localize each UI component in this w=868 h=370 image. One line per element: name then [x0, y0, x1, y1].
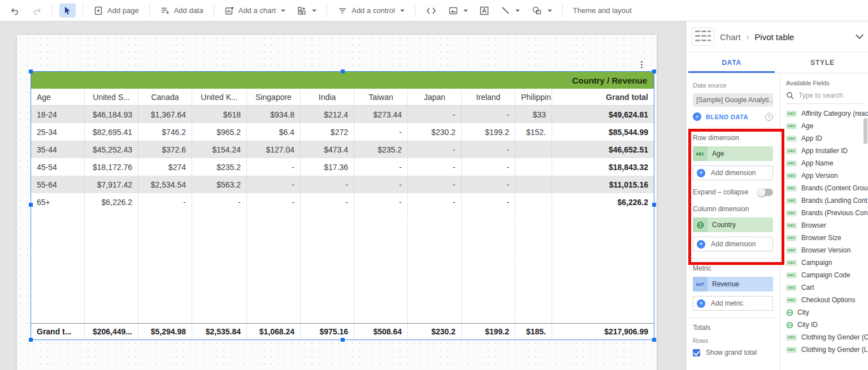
selection-handle-top-middle[interactable] — [341, 69, 345, 73]
field-item[interactable]: ABCCampaign Code — [786, 269, 868, 281]
insert-image-button[interactable] — [445, 3, 471, 18]
add-chart-button[interactable]: Add a chart — [221, 3, 289, 18]
pivot-col-header: Japan — [408, 89, 462, 105]
field-item[interactable]: City ID — [786, 319, 868, 331]
pivot-cell: 35-44 — [31, 141, 85, 158]
blend-data-row: + BLEND DATA ? — [693, 112, 773, 121]
report-canvas[interactable]: Country / Revenue AgeUnited S...CanadaUn… — [0, 21, 685, 370]
section-divider — [686, 128, 780, 128]
row-dimension-chip-age[interactable]: ABC Age — [693, 146, 773, 161]
pivot-cell: - — [354, 176, 408, 193]
blend-data-button[interactable]: BLEND DATA — [706, 114, 748, 120]
chevron-down-icon[interactable] — [856, 31, 863, 39]
selection-handle-middle-left[interactable] — [29, 203, 33, 207]
insert-text-button[interactable] — [476, 3, 493, 18]
text-field-type-icon: ABC — [786, 260, 797, 266]
breadcrumb-chart[interactable]: Chart — [720, 32, 741, 42]
geo-field-type-icon — [693, 217, 708, 232]
field-item[interactable]: ABCBrowser Size — [786, 232, 868, 244]
chevron-down-icon — [548, 10, 552, 12]
pivot-col-header-row: AgeUnited S...CanadaUnited K...Singapore… — [31, 89, 654, 106]
text-field-type-icon: ABC — [786, 148, 797, 154]
add-control-button[interactable]: Add a control — [334, 3, 408, 18]
field-search[interactable]: Type to search — [786, 92, 863, 104]
pivot-table-icon — [692, 28, 714, 46]
field-item[interactable]: ABCBrands (Previous Con... — [786, 207, 868, 219]
selection-handle-bottom-left[interactable] — [29, 338, 33, 342]
pivot-cell — [515, 193, 552, 211]
pivot-cell: - — [462, 158, 515, 176]
field-list: ABCAffinity Category (reac...ABCAgeABCAp… — [786, 107, 868, 356]
pivot-table-chart[interactable]: Country / Revenue AgeUnited S...CanadaUn… — [31, 72, 654, 339]
field-name: App Version — [801, 172, 838, 180]
select-tool-button[interactable] — [59, 3, 76, 18]
selection-handle-bottom-right[interactable] — [652, 338, 656, 342]
totals-label: Totals — [693, 324, 773, 332]
field-item[interactable]: ABCCampaign — [786, 256, 868, 269]
selection-handle-bottom-middle[interactable] — [341, 338, 345, 342]
selection-handle-top-left[interactable] — [29, 69, 33, 73]
tab-data[interactable]: DATA — [686, 53, 777, 73]
insert-shape-button[interactable] — [528, 3, 555, 18]
pivot-cell: - — [192, 193, 247, 211]
data-source-chip[interactable]: [Sample] Google Analyti... — [693, 93, 773, 107]
add-widget-icon — [297, 6, 307, 16]
column-dimension-chip-country[interactable]: Country — [693, 217, 773, 232]
insert-community-widget-button[interactable] — [293, 3, 320, 18]
fields-scrollbar[interactable] — [863, 118, 867, 144]
pivot-cell: $152. — [515, 123, 552, 141]
add-row-dimension-button[interactable]: + Add dimension — [693, 166, 773, 180]
pivot-cell: $6,226.2 — [85, 193, 138, 211]
field-item[interactable]: ABCCart — [786, 281, 868, 294]
add-metric-button[interactable]: + Add metric — [693, 296, 773, 311]
undo-button[interactable] — [7, 3, 24, 18]
breadcrumb-pivot-table[interactable]: Pivot table — [754, 32, 794, 42]
expand-collapse-toggle[interactable] — [758, 189, 773, 196]
field-item[interactable]: ABCAge — [786, 120, 868, 132]
pivot-grand-total-row: Grand t...$206,449...$5,294.98$2,535.84$… — [31, 323, 654, 339]
pivot-col-header: India — [301, 89, 354, 105]
tab-style[interactable]: STYLE — [777, 53, 868, 73]
field-item[interactable]: ABCCheckout Options — [786, 294, 868, 306]
toolbar-separator — [149, 5, 150, 17]
report-page[interactable]: Country / Revenue AgeUnited S...CanadaUn… — [17, 35, 657, 370]
theme-and-layout-button[interactable]: Theme and layout — [570, 4, 635, 17]
field-item[interactable]: ABCBrands (Landing Cont... — [786, 194, 868, 207]
field-item[interactable]: ABCAffinity Category (reac... — [786, 107, 868, 120]
pivot-empty-cell — [354, 211, 408, 323]
field-item[interactable]: ABCBrowser Version — [786, 244, 868, 256]
field-item[interactable]: ABCBrowser — [786, 219, 868, 232]
add-page-button[interactable]: Add page — [90, 3, 142, 18]
show-grand-total-checkbox[interactable] — [693, 349, 700, 356]
help-icon[interactable]: ? — [765, 113, 773, 121]
field-name: Brands (Content Group) — [801, 184, 868, 192]
column-dimension-chip-label: Country — [708, 221, 736, 229]
properties-panel: Chart › Pivot table DATA STYLE Data sour… — [685, 21, 868, 370]
redo-button[interactable] — [28, 3, 45, 18]
pivot-cell: - — [462, 193, 515, 211]
chevron-down-icon — [312, 10, 316, 12]
insert-line-button[interactable] — [497, 3, 523, 18]
field-item[interactable]: ABCClothing by Gender (C... — [786, 331, 868, 343]
add-data-button[interactable]: Add data — [157, 3, 207, 18]
field-item[interactable]: ABCApp Installer ID — [786, 145, 868, 157]
metric-chip-label: Revenue — [708, 280, 739, 288]
chart-options-menu-icon[interactable] — [636, 59, 646, 70]
pivot-grand-total-cell: $199.2 — [462, 324, 515, 339]
field-item[interactable]: City — [786, 306, 868, 319]
embed-url-button[interactable] — [422, 4, 440, 18]
text-field-type-icon: ABC — [786, 223, 797, 229]
field-item[interactable]: ABCApp Name — [786, 157, 868, 169]
field-item[interactable]: ABCBrands (Content Group) — [786, 182, 868, 194]
field-item[interactable]: ABCClothing by Gender (L... — [786, 343, 868, 356]
data-controls-column: Data source [Sample] Google Analyti... +… — [686, 74, 780, 370]
field-item[interactable]: ABCApp Version — [786, 169, 868, 182]
selection-handle-top-right[interactable] — [652, 69, 656, 73]
pivot-col-header: Singapore — [247, 89, 301, 105]
add-control-label: Add a control — [351, 6, 395, 15]
selection-handle-middle-right[interactable] — [652, 203, 656, 207]
add-column-dimension-button[interactable]: + Add dimension — [693, 237, 773, 251]
metric-chip-revenue[interactable]: AUT Revenue — [693, 277, 773, 291]
field-item[interactable]: ABCApp ID — [786, 132, 868, 145]
text-field-type-icon: ABC — [786, 111, 797, 117]
